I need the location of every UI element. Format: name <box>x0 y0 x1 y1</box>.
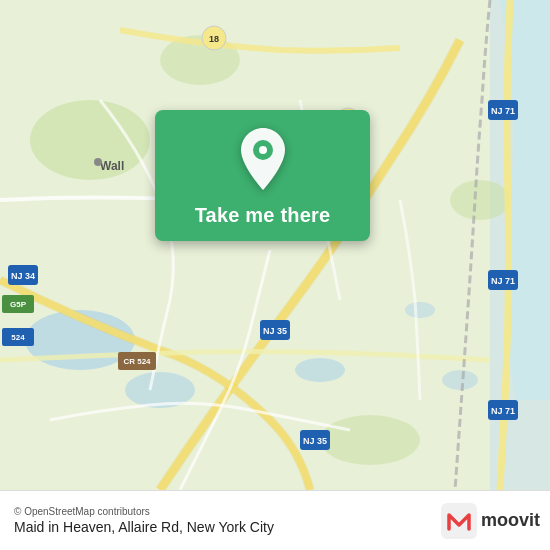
svg-text:Wall: Wall <box>100 159 124 173</box>
svg-point-34 <box>94 158 102 166</box>
svg-text:NJ 35: NJ 35 <box>303 436 327 446</box>
svg-point-7 <box>30 100 150 180</box>
svg-text:NJ 71: NJ 71 <box>491 276 515 286</box>
moovit-logo[interactable]: moovit <box>441 503 540 539</box>
svg-text:524: 524 <box>11 333 25 342</box>
moovit-text: moovit <box>481 510 540 531</box>
svg-text:NJ 71: NJ 71 <box>491 406 515 416</box>
map-container: NJ 34 NJ 35 NJ 35 NJ 71 NJ 71 NJ 71 18 3… <box>0 0 550 490</box>
take-me-there-button[interactable]: Take me there <box>195 204 331 227</box>
map-attribution: © OpenStreetMap contributors <box>14 506 274 517</box>
svg-rect-37 <box>441 503 477 539</box>
svg-point-5 <box>442 370 478 390</box>
bottom-bar: © OpenStreetMap contributors Maid in Hea… <box>0 490 550 550</box>
svg-text:G5P: G5P <box>10 300 27 309</box>
svg-point-10 <box>450 180 510 220</box>
location-info: © OpenStreetMap contributors Maid in Hea… <box>14 506 274 535</box>
svg-point-36 <box>259 146 267 154</box>
svg-point-4 <box>405 302 435 318</box>
location-name: Maid in Heaven, Allaire Rd, New York Cit… <box>14 519 274 535</box>
svg-text:NJ 35: NJ 35 <box>263 326 287 336</box>
svg-point-3 <box>295 358 345 382</box>
svg-point-9 <box>320 415 420 465</box>
svg-text:NJ 71: NJ 71 <box>491 106 515 116</box>
moovit-icon <box>441 503 477 539</box>
svg-text:NJ 34: NJ 34 <box>11 271 35 281</box>
svg-text:18: 18 <box>209 34 219 44</box>
location-pin-icon <box>237 128 289 194</box>
svg-text:CR 524: CR 524 <box>123 357 151 366</box>
action-card[interactable]: Take me there <box>155 110 370 241</box>
